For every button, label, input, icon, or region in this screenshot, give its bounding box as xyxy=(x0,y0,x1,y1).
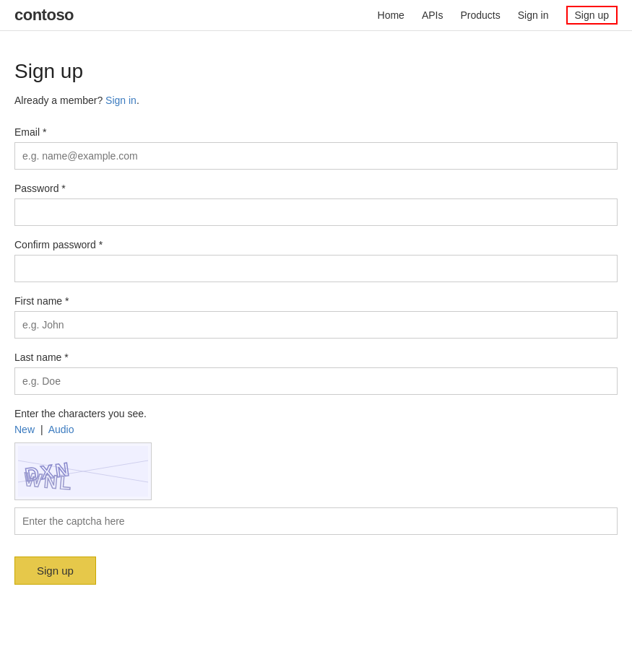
nav-home[interactable]: Home xyxy=(378,9,404,21)
password-input[interactable] xyxy=(14,198,618,226)
captcha-links: New | Audio xyxy=(14,424,618,435)
svg-text:WNL: WNL xyxy=(23,468,74,494)
captcha-audio-link[interactable]: Audio xyxy=(48,424,74,435)
captcha-input[interactable] xyxy=(14,507,618,535)
nav-apis[interactable]: APIs xyxy=(422,9,443,21)
email-group: Email * xyxy=(14,126,618,170)
firstname-label: First name * xyxy=(14,295,618,307)
lastname-input[interactable] xyxy=(14,367,618,395)
logo: contoso xyxy=(14,6,74,25)
password-group: Password * xyxy=(14,183,618,226)
main-nav: Home APIs Products Sign in Sign up xyxy=(378,6,618,25)
nav-signup[interactable]: Sign up xyxy=(566,6,618,25)
captcha-svg: DXN WNL xyxy=(18,446,148,497)
page-title: Sign up xyxy=(14,60,618,83)
lastname-group: Last name * xyxy=(14,352,618,395)
captcha-instruction: Enter the characters you see. xyxy=(14,408,618,419)
firstname-input[interactable] xyxy=(14,311,618,339)
firstname-group: First name * xyxy=(14,295,618,339)
captcha-new-link[interactable]: New xyxy=(14,424,35,435)
lastname-label: Last name * xyxy=(14,352,618,363)
main-content: Sign up Already a member? Sign in. Email… xyxy=(0,31,632,614)
site-header: contoso Home APIs Products Sign in Sign … xyxy=(0,0,632,31)
email-label: Email * xyxy=(14,126,618,138)
captcha-separator: | xyxy=(40,424,43,435)
confirm-password-label: Confirm password * xyxy=(14,239,618,250)
captcha-image: DXN WNL xyxy=(14,442,152,500)
confirm-password-input[interactable] xyxy=(14,255,618,282)
confirm-password-group: Confirm password * xyxy=(14,239,618,282)
password-label: Password * xyxy=(14,183,618,194)
captcha-section: Enter the characters you see. New | Audi… xyxy=(14,408,618,535)
nav-signin[interactable]: Sign in xyxy=(518,9,549,21)
signin-link[interactable]: Sign in xyxy=(105,95,137,106)
signup-button[interactable]: Sign up xyxy=(14,557,96,585)
email-input[interactable] xyxy=(14,142,618,170)
nav-products[interactable]: Products xyxy=(460,9,500,21)
already-member-text: Already a member? Sign in. xyxy=(14,95,618,106)
